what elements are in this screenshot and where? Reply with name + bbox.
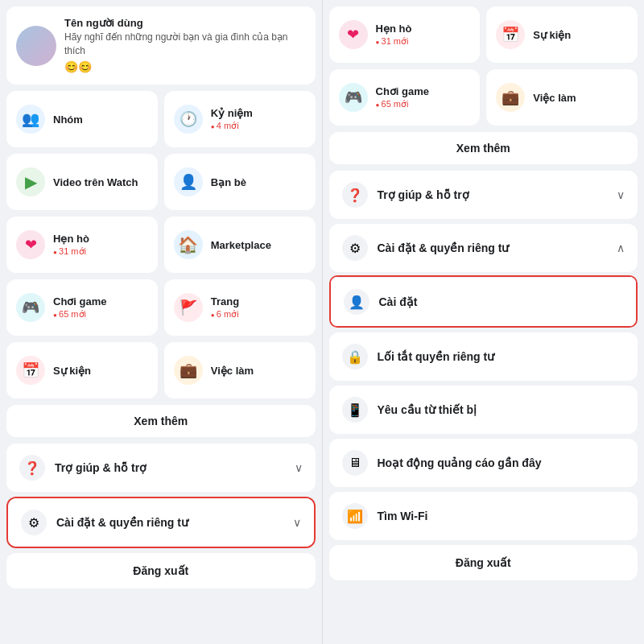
- right-help-icon: ❓: [342, 182, 368, 208]
- marketplace-icon: 🏠: [174, 230, 203, 259]
- su-kien-label: Sự kiện: [53, 365, 148, 377]
- cai-dat-label: Cài đặt: [379, 295, 624, 308]
- yeu-cau-label: Yêu cầu từ thiết bị: [378, 403, 625, 416]
- menu-item-su-kien[interactable]: 📅 Sự kiện: [6, 342, 158, 398]
- menu-item-video[interactable]: ▶ Video trên Watch: [6, 154, 158, 210]
- right-hen-ho-label: Hẹn hò: [376, 23, 471, 35]
- right-menu-choi-game[interactable]: 🎮 Chơi game 65 mới: [329, 69, 481, 126]
- help-chevron: ∨: [295, 461, 303, 474]
- right-logout-button[interactable]: Đăng xuất: [329, 545, 638, 580]
- trang-label: Trang: [211, 295, 306, 308]
- nhom-label: Nhóm: [53, 114, 148, 126]
- logout-button[interactable]: Đăng xuất: [6, 553, 316, 588]
- user-name: Tên người dùng: [64, 16, 306, 31]
- yeu-cau-item[interactable]: 📱 Yêu cầu từ thiết bị: [329, 386, 638, 434]
- right-su-kien-icon: 📅: [496, 20, 525, 49]
- video-label: Video trên Watch: [53, 176, 148, 188]
- hoat-dong-icon: 🖥: [342, 450, 368, 476]
- user-card[interactable]: Tên người dùng Hãy nghĩ đến những người …: [6, 6, 316, 85]
- right-menu-grid-top: ❤ Hẹn hò 31 mới 📅 Sự kiện 🎮 Chơi game 65…: [329, 6, 638, 126]
- see-more-button[interactable]: Xem thêm: [6, 405, 316, 437]
- video-icon: ▶: [16, 167, 45, 196]
- right-viec-lam-label: Việc làm: [533, 92, 628, 104]
- viec-lam-icon: 💼: [174, 356, 203, 385]
- choi-game-icon: 🎮: [16, 293, 45, 322]
- loi-tat-icon: 🔒: [342, 344, 368, 369]
- tim-wifi-icon: 📶: [342, 503, 368, 529]
- menu-item-hen-ho[interactable]: ❤ Hẹn hò 31 mới: [6, 217, 158, 273]
- right-menu-viec-lam[interactable]: 💼 Việc làm: [486, 69, 638, 126]
- right-hen-ho-icon: ❤: [339, 20, 368, 49]
- right-choi-game-icon: 🎮: [339, 83, 368, 112]
- right-help-chevron: ∨: [617, 188, 625, 201]
- cai-dat-box: 👤 Cài đặt: [329, 275, 638, 328]
- menu-item-trang[interactable]: 🚩 Trang 6 mới: [164, 279, 316, 336]
- trang-icon: 🚩: [174, 293, 203, 322]
- ban-be-label: Bạn bè: [211, 176, 306, 188]
- help-icon: ❓: [19, 455, 45, 481]
- user-description: Hãy nghĩ đến những người bạn và gia đình…: [64, 31, 306, 58]
- right-settings-section[interactable]: ⚙ Cài đặt & quyền riêng tư ∧: [329, 224, 638, 272]
- hoat-dong-label: Hoạt động quảng cáo gần đây: [378, 456, 625, 469]
- left-panel: Tên người dùng Hãy nghĩ đến những người …: [0, 0, 322, 644]
- settings-section: ⚙ Cài đặt & quyền riêng tư ∨: [6, 497, 316, 548]
- choi-game-badge: 65 mới: [53, 309, 148, 320]
- ky-niem-icon: 🕐: [174, 105, 203, 134]
- nhom-icon: 👥: [16, 105, 45, 134]
- user-emojis: 😊😊: [64, 60, 306, 76]
- su-kien-icon: 📅: [16, 356, 45, 385]
- trang-badge: 6 mới: [211, 309, 306, 320]
- right-choi-game-badge: 65 mới: [376, 99, 471, 109]
- settings-icon: ⚙: [21, 510, 47, 535]
- menu-grid: 👥 Nhóm 🕐 Kỷ niệm 4 mới ▶ Video trên Watc…: [6, 91, 316, 398]
- cai-dat-item[interactable]: 👤 Cài đặt: [331, 277, 637, 326]
- right-choi-game-label: Chơi game: [376, 85, 471, 97]
- menu-item-choi-game[interactable]: 🎮 Chơi game 65 mới: [6, 279, 158, 336]
- menu-item-marketplace[interactable]: 🏠 Marketplace: [164, 217, 316, 273]
- right-help-label: Trợ giúp & hỗ trợ: [378, 188, 608, 201]
- viec-lam-label: Việc làm: [211, 365, 306, 377]
- right-panel: ❤ Hẹn hò 31 mới 📅 Sự kiện 🎮 Chơi game 65…: [323, 0, 645, 644]
- right-menu-hen-ho[interactable]: ❤ Hẹn hò 31 mới: [329, 6, 481, 63]
- right-settings-chevron: ∧: [617, 242, 625, 254]
- hen-ho-label: Hẹn hò: [53, 233, 148, 245]
- right-viec-lam-icon: 💼: [496, 83, 525, 112]
- loi-tat-label: Lối tắt quyền riêng tư: [378, 350, 625, 363]
- hen-ho-badge: 31 mới: [53, 246, 148, 257]
- right-see-more-button[interactable]: Xem thêm: [329, 132, 638, 164]
- ky-niem-badge: 4 mới: [211, 121, 306, 131]
- avatar: [16, 26, 56, 66]
- right-help-section[interactable]: ❓ Trợ giúp & hỗ trợ ∨: [329, 171, 638, 219]
- right-settings-label: Cài đặt & quyền riêng tư: [378, 242, 608, 254]
- choi-game-label: Chơi game: [53, 295, 148, 308]
- ban-be-icon: 👤: [174, 167, 203, 196]
- help-label: Trợ giúp & hỗ trợ: [55, 461, 285, 474]
- right-menu-su-kien[interactable]: 📅 Sự kiện: [486, 6, 638, 63]
- right-settings-icon: ⚙: [342, 235, 368, 261]
- help-section[interactable]: ❓ Trợ giúp & hỗ trợ ∨: [6, 444, 316, 492]
- yeu-cau-icon: 📱: [342, 397, 368, 423]
- marketplace-label: Marketplace: [211, 239, 306, 251]
- hoat-dong-item[interactable]: 🖥 Hoạt động quảng cáo gần đây: [329, 439, 638, 487]
- tim-wifi-label: Tìm Wi-Fi: [378, 510, 625, 522]
- settings-header[interactable]: ⚙ Cài đặt & quyền riêng tư ∨: [8, 498, 314, 547]
- hen-ho-icon: ❤: [16, 230, 45, 259]
- right-su-kien-label: Sự kiện: [533, 29, 628, 41]
- tim-wifi-item[interactable]: 📶 Tìm Wi-Fi: [329, 492, 638, 540]
- ky-niem-label: Kỷ niệm: [211, 107, 306, 119]
- loi-tat-item[interactable]: 🔒 Lối tắt quyền riêng tư: [329, 332, 638, 381]
- menu-item-viec-lam[interactable]: 💼 Việc làm: [164, 342, 316, 398]
- settings-label: Cài đặt & quyền riêng tư: [56, 516, 283, 529]
- right-hen-ho-badge: 31 mới: [376, 36, 471, 47]
- menu-item-ky-niem[interactable]: 🕐 Kỷ niệm 4 mới: [164, 91, 316, 147]
- menu-item-nhom[interactable]: 👥 Nhóm: [6, 91, 158, 147]
- cai-dat-icon: 👤: [344, 289, 369, 315]
- menu-item-ban-be[interactable]: 👤 Bạn bè: [164, 154, 316, 210]
- settings-chevron: ∨: [293, 516, 301, 529]
